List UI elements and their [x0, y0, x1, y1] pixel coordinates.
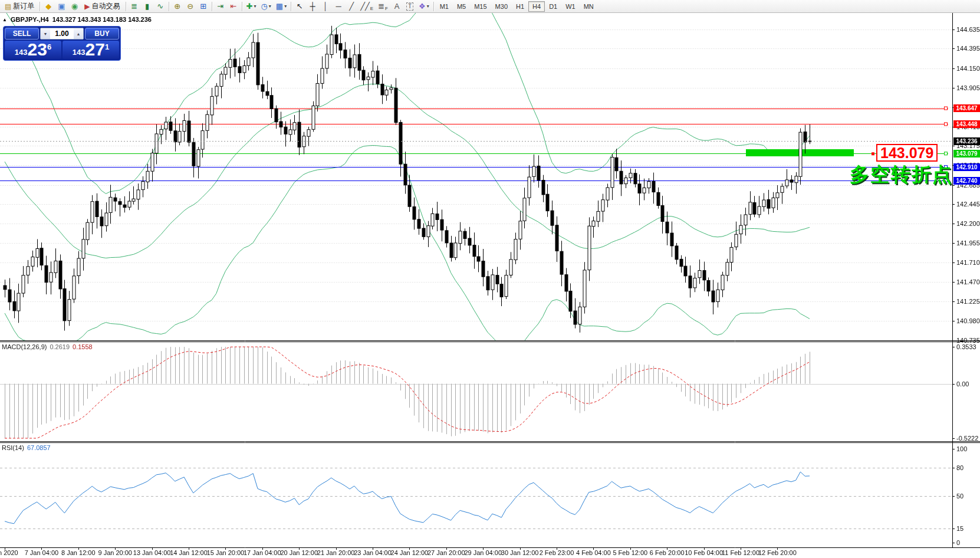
one-click-trading-panel: SELL ▼ 1.00 ▲ BUY 143236 143271: [3, 26, 121, 61]
horizontal-line-icon[interactable]: ─: [332, 1, 345, 12]
buy-button[interactable]: BUY: [85, 28, 119, 40]
indicators-icon[interactable]: ✚▾: [244, 1, 259, 12]
fibonacci-icon-sub: F: [385, 6, 388, 12]
cursor-icon[interactable]: ↖: [293, 1, 306, 12]
timeframe-h1-button[interactable]: H1: [512, 1, 528, 12]
symbol-ohlc-values: 143.327 143.343 143.183 143.236: [52, 16, 152, 23]
arrows-icon-caret: ▾: [427, 1, 429, 12]
symbol-title: GBPJPY-,H4: [11, 16, 49, 23]
templates-icon-caret: ▾: [284, 1, 287, 12]
sell-price-big: 23: [28, 41, 47, 58]
price-axis-tag: 143.236: [953, 137, 980, 145]
arrows-icon-glyph: ❖: [419, 1, 426, 12]
buy-price-prefix: 143: [73, 48, 85, 57]
market-watch-icon[interactable]: ◆: [42, 1, 55, 12]
toolbar-separator: [169, 2, 169, 11]
zoom-out-icon[interactable]: ⊖: [184, 1, 197, 12]
vertical-line-icon[interactable]: │: [319, 1, 332, 12]
text-label-icon[interactable]: T: [403, 1, 416, 12]
new-order-button[interactable]: ▤新订单: [1, 1, 38, 12]
equidistant-channel-icon-glyph: ╱╱: [360, 1, 370, 12]
volume-input[interactable]: 1.00: [50, 28, 74, 39]
macd-value: 0.2619: [50, 343, 70, 350]
rsi-value: 67.0857: [27, 444, 51, 451]
candlestick-chart-icon[interactable]: ▮: [141, 1, 154, 12]
toolbar-separator: [433, 2, 434, 11]
templates-icon-glyph: ▦: [276, 1, 283, 12]
buy-price-big: 27: [85, 41, 105, 58]
symbol-info-bar: ▲ GBPJPY-,H4 143.327 143.343 143.183 143…: [2, 16, 152, 23]
auto-scroll-icon[interactable]: ⇥: [214, 1, 227, 12]
timeframe-mn-button[interactable]: MN: [580, 1, 598, 12]
navigator-icon-glyph: ▣: [58, 1, 65, 12]
auto-trading-icon: ▶: [84, 2, 90, 11]
market-watch-icon-glyph: ◆: [45, 1, 51, 12]
fibonacci-icon[interactable]: ≣F: [376, 1, 390, 12]
sell-price-display[interactable]: 143236: [5, 41, 61, 59]
price-axis-tag: 143.448: [953, 120, 980, 128]
annotation-text-cn: 多空转折点: [850, 162, 953, 188]
macd-indicator-label: MACD(12,26,9) 0.2619 0.1558: [2, 343, 93, 350]
auto-scroll-icon-glyph: ⇥: [217, 1, 223, 12]
timeframe-h4-button[interactable]: H4: [528, 1, 545, 12]
periods-icon-glyph: ◷: [261, 1, 268, 12]
bar-chart-icon[interactable]: ≣: [128, 1, 141, 12]
toolbar-separator: [242, 2, 242, 11]
buy-price-pip: 1: [105, 42, 109, 51]
strategy-tester-icon-glyph: ◉: [71, 1, 78, 12]
arrows-icon[interactable]: ❖▾: [416, 1, 432, 12]
candlestick-chart-icon-glyph: ▮: [145, 1, 149, 12]
timeframe-w1-button[interactable]: W1: [561, 1, 580, 12]
text-icon-glyph: A: [394, 1, 400, 12]
rsi-name: RSI(14): [2, 444, 24, 451]
toolbar-separator: [40, 2, 40, 11]
cursor-icon-glyph: ↖: [297, 1, 303, 12]
zoom-in-icon[interactable]: ⊕: [171, 1, 184, 12]
macd-name: MACD(12,26,9): [2, 343, 47, 350]
timeframe-d1-button[interactable]: D1: [545, 1, 561, 12]
trendline-icon-glyph: ╱: [349, 1, 354, 12]
rsi-indicator-label: RSI(14) 67.0857: [2, 444, 51, 451]
volume-increase-button[interactable]: ▲: [74, 28, 83, 39]
text-icon[interactable]: A: [390, 1, 403, 12]
equidistant-channel-icon[interactable]: ╱╱E: [358, 1, 376, 12]
buy-price-display[interactable]: 143271: [63, 41, 119, 59]
toolbar-separator: [126, 2, 126, 11]
tile-windows-icon-glyph: ⊞: [200, 1, 206, 12]
price-axis-tag: 142.910: [953, 163, 980, 171]
price-axis-tag: 142.740: [953, 177, 980, 185]
equidistant-channel-icon-sub: E: [370, 6, 373, 12]
line-chart-icon-glyph: ∿: [157, 1, 163, 12]
zoom-in-icon-glyph: ⊕: [174, 1, 180, 12]
bar-chart-icon-glyph: ≣: [131, 1, 137, 12]
vertical-line-icon-glyph: │: [323, 1, 328, 12]
volume-decrease-button[interactable]: ▼: [41, 28, 50, 39]
timeframe-m15-button[interactable]: M15: [470, 1, 491, 12]
horizontal-line-icon-glyph: ─: [336, 1, 341, 12]
tile-windows-icon[interactable]: ⊞: [197, 1, 210, 12]
periods-icon-caret: ▾: [269, 1, 271, 12]
navigator-icon[interactable]: ▣: [55, 1, 68, 12]
one-click-collapse-icon[interactable]: ▲: [2, 17, 7, 22]
chart-shift-icon[interactable]: ⇤: [227, 1, 240, 12]
line-chart-icon[interactable]: ∿: [154, 1, 167, 12]
toolbar-separator: [291, 2, 291, 11]
text-label-icon-glyph: T: [406, 2, 413, 11]
auto-trading-button-label: 自动交易: [92, 1, 120, 11]
periods-icon[interactable]: ◷▾: [259, 1, 274, 12]
timeframe-m1-button[interactable]: M1: [436, 1, 453, 12]
fibonacci-icon-glyph: ≣: [378, 1, 384, 12]
auto-trading-button[interactable]: ▶自动交易: [81, 1, 123, 12]
mt4-application-window: ▤新订单◆▣◉▶自动交易≣▮∿⊕⊖⊞⇥⇤✚▾◷▾▦▾↖┼│─╱╱╱E≣FAT❖▾…: [0, 0, 980, 558]
templates-icon[interactable]: ▦▾: [274, 1, 289, 12]
price-chart-canvas[interactable]: [0, 0, 980, 558]
sell-button[interactable]: SELL: [5, 28, 39, 40]
sell-price-pip: 6: [47, 42, 51, 51]
timeframe-m5-button[interactable]: M5: [453, 1, 470, 12]
timeframe-m30-button[interactable]: M30: [491, 1, 512, 12]
indicators-icon-glyph: ✚: [246, 1, 253, 12]
strategy-tester-icon[interactable]: ◉: [68, 1, 81, 12]
trendline-icon[interactable]: ╱: [345, 1, 358, 12]
toolbar: ▤新订单◆▣◉▶自动交易≣▮∿⊕⊖⊞⇥⇤✚▾◷▾▦▾↖┼│─╱╱╱E≣FAT❖▾…: [0, 0, 980, 13]
crosshair-icon[interactable]: ┼: [306, 1, 319, 12]
